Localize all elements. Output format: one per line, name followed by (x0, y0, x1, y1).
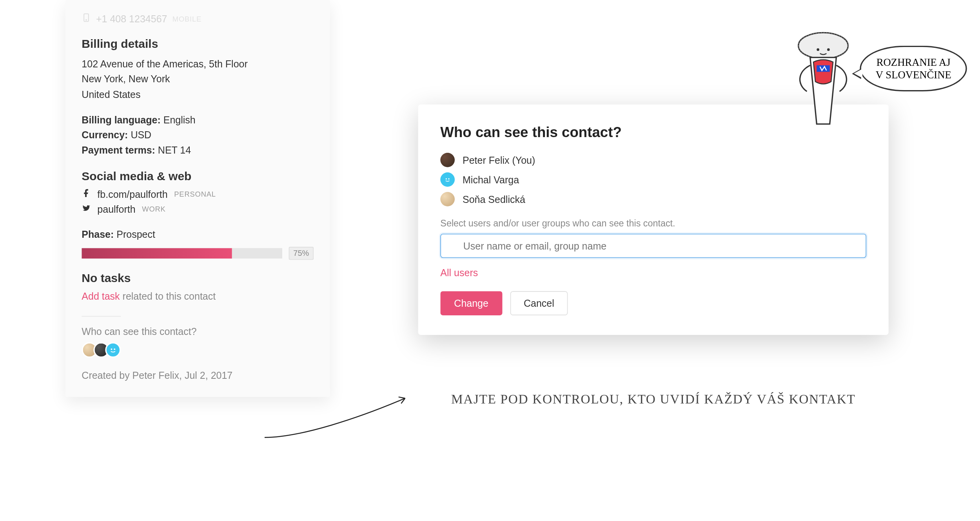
progress-fill (82, 248, 232, 259)
cancel-button[interactable]: Cancel (510, 291, 568, 315)
caption-text: MAJTE POD KONTROLOU, KTO UVIDÍ KAŽDÝ VÁŠ… (418, 392, 889, 407)
add-task-link[interactable]: Add task (82, 290, 120, 301)
divider (82, 316, 121, 317)
speech-bubble: ROZHRANIE AJ V SLOVENČINE (860, 46, 967, 92)
visibility-question: Who can see this contact? (82, 326, 314, 336)
contact-card: +1 408 1234567 MOBILE Billing details 10… (65, 0, 330, 397)
facebook-row[interactable]: fb.com/paulforth PERSONAL (82, 188, 314, 199)
phase-row: Phase: Prospect (82, 226, 314, 242)
phase-progress: 75% (82, 247, 314, 260)
change-button[interactable]: Change (440, 291, 502, 315)
phone-label: MOBILE (172, 15, 201, 23)
progress-track (82, 248, 282, 259)
avatar (105, 342, 121, 358)
facebook-tag: PERSONAL (174, 190, 216, 198)
search-wrap (440, 234, 866, 258)
billing-address: 102 Avenue of the Americas, 5th Floor Ne… (82, 56, 314, 101)
payment-terms-row: Payment terms: NET 14 (82, 143, 314, 158)
user-row[interactable]: Peter Felix (You) (440, 153, 866, 167)
progress-percent: 75% (289, 247, 314, 260)
all-users-link[interactable]: All users (440, 267, 866, 278)
svg-point-12 (827, 48, 830, 51)
mascot-illustration (784, 26, 862, 144)
twitter-icon (82, 203, 91, 214)
twitter-row[interactable]: paulforth WORK (82, 203, 314, 214)
user-name: Michal Varga (463, 174, 519, 185)
help-text: Select users and/or user groups who can … (440, 218, 866, 229)
add-task-rest: related to this contact (120, 290, 216, 301)
phone-number: +1 408 1234567 (96, 13, 167, 24)
svg-point-1 (86, 20, 87, 20)
user-row[interactable]: Soňa Sedlická (440, 192, 866, 206)
facebook-link: fb.com/paulforth (97, 188, 167, 199)
user-search-input[interactable] (440, 234, 866, 258)
svg-point-4 (446, 178, 447, 179)
billing-language-row: Billing language: English (82, 112, 314, 127)
created-by: Created by Peter Felix, Jul 2, 2017 (82, 369, 314, 380)
svg-point-5 (448, 178, 449, 179)
billing-title: Billing details (82, 37, 314, 51)
visibility-avatars[interactable] (82, 342, 314, 358)
add-task-row: Add task related to this contact (82, 290, 314, 301)
address-line-2: New York, New York (82, 71, 314, 87)
social-title: Social media & web (82, 170, 314, 183)
user-name: Peter Felix (You) (463, 154, 535, 165)
twitter-link: paulforth (97, 203, 135, 214)
no-tasks-title: No tasks (82, 271, 314, 285)
address-line-1: 102 Avenue of the Americas, 5th Floor (82, 56, 314, 71)
bubble-line-2: V SLOVENČINE (876, 69, 951, 81)
svg-point-11 (817, 48, 819, 51)
avatar (440, 172, 455, 187)
twitter-tag: WORK (142, 205, 165, 213)
phone-icon (82, 13, 91, 24)
svg-point-3 (114, 348, 115, 350)
user-row[interactable]: Michal Varga (440, 172, 866, 187)
currency-row: Currency: USD (82, 127, 314, 143)
address-line-3: United States (82, 87, 314, 102)
user-name: Soňa Sedlická (463, 194, 525, 204)
arrow-annotation (261, 392, 412, 444)
facebook-icon (82, 188, 91, 199)
svg-point-2 (111, 348, 113, 350)
bubble-line-1: ROZHRANIE AJ (876, 56, 951, 69)
avatar (440, 153, 455, 167)
avatar (440, 192, 455, 206)
phone-row: +1 408 1234567 MOBILE (82, 13, 314, 24)
